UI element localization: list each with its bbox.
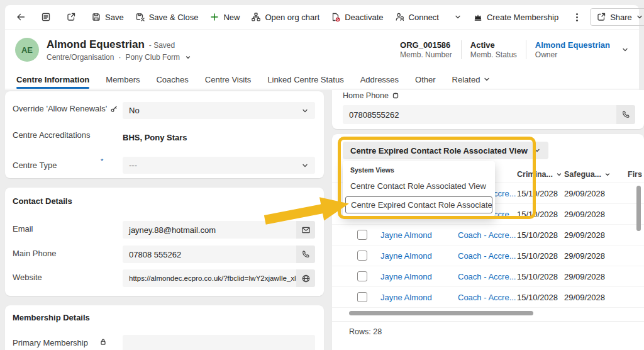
form-selector[interactable]: Pony Club Form: [125, 53, 180, 62]
save-close-icon: [135, 12, 145, 22]
role-link[interactable]: Coach - Accre...: [458, 272, 516, 281]
primary-membership-label: Primary Membership: [13, 338, 88, 347]
admin-key-icon: [110, 105, 118, 113]
org-chart-icon: [251, 12, 261, 22]
tab-centre-information[interactable]: Centre Information: [16, 70, 89, 89]
row-checkbox[interactable]: [357, 292, 367, 302]
row-checkbox[interactable]: [357, 271, 367, 281]
safeguarding-date: 29/09/2028: [564, 251, 605, 261]
role-link[interactable]: Coach - Accre...: [458, 230, 516, 240]
lock-icon: [99, 338, 107, 346]
contact-link[interactable]: Jayne Almond: [380, 251, 432, 261]
horizontal-scrollbar[interactable]: [349, 311, 533, 315]
create-membership-button[interactable]: Create Membership: [467, 8, 564, 26]
deactivate-button[interactable]: Deactivate: [325, 8, 389, 26]
new-button[interactable]: New: [204, 8, 245, 26]
globe-icon[interactable]: [296, 269, 315, 287]
deactivate-label: Deactivate: [345, 13, 383, 22]
table-row[interactable]: Jayne Almond Coach - Accre... 15/10/2028…: [332, 246, 644, 266]
overflow-menu-button[interactable]: [564, 8, 590, 26]
saved-status: - Saved: [149, 41, 175, 50]
record-header: AE Almond Equestrian - Saved Centre/Orga…: [5, 30, 639, 70]
header-expand-chevron[interactable]: [621, 46, 629, 54]
criminal-date: 15/10/2028: [517, 272, 558, 281]
record-fields-card: Override 'Allow Renewals' No Centre Accr…: [5, 91, 324, 178]
tab-coaches[interactable]: Coaches: [156, 70, 188, 89]
command-bar: Save Save & Close New Open org chart Dea…: [5, 5, 639, 30]
share-label: Share: [610, 13, 632, 22]
share-button[interactable]: Share: [590, 8, 644, 26]
email-label: Email: [13, 224, 33, 234]
back-button[interactable]: [10, 8, 31, 26]
contact-link[interactable]: Jayne Almond: [380, 230, 432, 240]
open-org-chart-button[interactable]: Open org chart: [245, 8, 325, 26]
divider: [332, 321, 644, 322]
role-link[interactable]: Coach - Accre...: [458, 251, 516, 261]
owner-link[interactable]: Almond Equestrian: [535, 40, 610, 50]
chevron-down-icon: [483, 76, 491, 83]
create-membership-label: Create Membership: [487, 13, 558, 22]
subgrid-commands-button[interactable]: [626, 147, 639, 156]
connect-button[interactable]: Connect: [389, 8, 445, 26]
contact-link[interactable]: Jayne Almond: [380, 293, 432, 302]
home-phone-card: Home Phone 07808555262: [332, 90, 644, 129]
website-field[interactable]: https://almondec.ecpro.co.uk/?fbclid=IwY…: [123, 269, 315, 287]
tab-members[interactable]: Members: [106, 70, 140, 89]
share-icon: [596, 12, 606, 22]
field-lock-icon: [392, 92, 399, 99]
connect-label: Connect: [409, 13, 439, 22]
tab-related[interactable]: Related: [452, 70, 491, 89]
tab-linked-centre-status[interactable]: Linked Centre Status: [267, 70, 343, 89]
website-label: Website: [13, 273, 42, 282]
role-link[interactable]: Coach - Accre...: [458, 293, 516, 302]
phone-icon[interactable]: [616, 105, 635, 124]
headline-fields: ORG_001586 Memb. Number Active Memb. Sta…: [391, 40, 629, 59]
plus-icon: [209, 12, 219, 22]
chevron-down-icon: [301, 107, 309, 115]
tab-other[interactable]: Other: [415, 70, 436, 89]
avatar: AE: [15, 38, 39, 62]
form-list-button[interactable]: [35, 8, 57, 26]
separator-dot: ·: [118, 53, 121, 62]
rows-count: Rows: 28: [349, 327, 382, 336]
save-icon: [91, 12, 101, 22]
phone-icon[interactable]: [296, 246, 315, 263]
row-checkbox[interactable]: [357, 230, 367, 240]
table-row[interactable]: Jayne Almond Coach - Accre... 15/10/2028…: [332, 225, 644, 246]
chevron-down-icon: [454, 13, 462, 21]
column-header-first[interactable]: Firs: [628, 165, 642, 183]
contact-details-title: Contact Details: [13, 196, 72, 206]
table-row[interactable]: Jayne Almond Coach - Accre... 15/10/2028…: [332, 266, 644, 287]
chevron-down-icon: [636, 13, 643, 21]
open-org-chart-label: Open org chart: [265, 13, 319, 22]
primary-membership-field[interactable]: [123, 335, 315, 350]
entity-type-label: Centre/Organisation: [47, 53, 114, 62]
table-row[interactable]: Jayne Almond Coach - Accre... 15/10/2028…: [332, 287, 644, 308]
safeguarding-date: 29/09/2028: [564, 189, 605, 198]
main-phone-field[interactable]: 07808 555262: [123, 246, 315, 263]
crown-icon: [473, 12, 483, 22]
home-phone-field[interactable]: 07808555262: [343, 105, 635, 124]
more-commands-chevron[interactable]: [448, 8, 467, 26]
popout-button[interactable]: [60, 8, 82, 26]
membership-details-card: Membership Details Primary Membership: [5, 305, 324, 350]
tab-addresses[interactable]: Addresses: [360, 70, 399, 89]
row-checkbox[interactable]: [357, 251, 367, 261]
safeguarding-date: 29/09/2028: [564, 272, 605, 281]
centre-type-label: Centre Type: [13, 161, 57, 170]
save-close-label: Save & Close: [149, 13, 199, 22]
column-header-safeguarding[interactable]: Safegua...: [564, 165, 611, 183]
override-allow-renewals-select[interactable]: No: [123, 102, 315, 119]
vertical-scrollbar[interactable]: [636, 186, 641, 231]
tab-centre-visits[interactable]: Centre Visits: [205, 70, 251, 89]
deactivate-icon: [331, 12, 341, 22]
chevron-down-icon: [184, 54, 192, 61]
required-marker: *: [101, 157, 103, 165]
save-close-button[interactable]: Save & Close: [130, 8, 204, 26]
contact-link[interactable]: Jayne Almond: [380, 272, 432, 281]
save-button[interactable]: Save: [86, 8, 130, 26]
open-in-new-window-icon: [66, 12, 76, 22]
centre-type-select[interactable]: ---: [123, 157, 315, 174]
save-label: Save: [105, 13, 124, 22]
vertical-ellipsis-icon: [576, 16, 578, 18]
